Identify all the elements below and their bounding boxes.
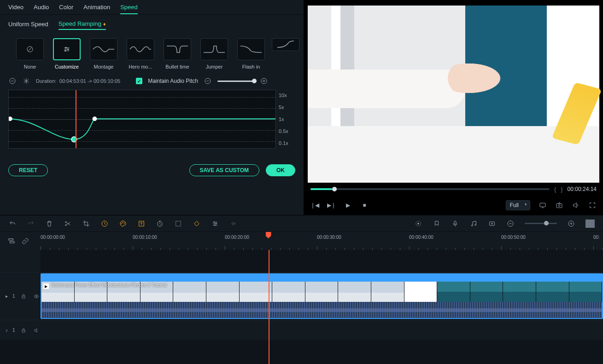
stop-icon[interactable]: ■ bbox=[360, 201, 369, 209]
tab-color[interactable]: Color bbox=[59, 4, 73, 14]
video-clip[interactable]: ▶ Telekinesis Power Effect Wondershare F… bbox=[41, 273, 603, 319]
tab-audio[interactable]: Audio bbox=[34, 4, 49, 14]
speed-tool-icon[interactable] bbox=[100, 220, 109, 228]
preset-hero-moment[interactable]: Hero mo... bbox=[124, 38, 157, 69]
preset-flash-in[interactable]: Flash in bbox=[235, 38, 267, 69]
snapshot-icon[interactable] bbox=[555, 201, 563, 209]
clip-thumbnail bbox=[404, 282, 438, 302]
graph-playhead[interactable] bbox=[76, 90, 76, 148]
tab-video[interactable]: Video bbox=[8, 4, 23, 14]
clip-thumbnail bbox=[206, 282, 240, 302]
tab-animation[interactable]: Animation bbox=[83, 4, 110, 14]
playback-slider[interactable] bbox=[310, 188, 550, 190]
clip-thumbnail bbox=[338, 282, 371, 302]
timeline-toolbar bbox=[0, 215, 603, 231]
mark-out-icon[interactable]: } bbox=[561, 186, 562, 193]
link-icon[interactable] bbox=[21, 237, 29, 245]
crop-icon[interactable] bbox=[82, 220, 90, 228]
volume-icon[interactable] bbox=[572, 201, 580, 209]
split-view-icon[interactable] bbox=[585, 220, 595, 228]
marker-icon[interactable] bbox=[433, 220, 441, 228]
freeze-frame-icon[interactable] bbox=[22, 77, 30, 85]
save-as-custom-button[interactable]: SAVE AS CUSTOM bbox=[189, 164, 259, 176]
audio-tool-icon[interactable] bbox=[229, 220, 238, 228]
text-tool-icon[interactable] bbox=[137, 220, 146, 228]
undo-icon[interactable] bbox=[8, 220, 17, 228]
svg-rect-57 bbox=[9, 238, 13, 240]
display-icon[interactable] bbox=[539, 201, 547, 209]
svg-point-29 bbox=[123, 222, 123, 222]
timeline-playhead[interactable] bbox=[269, 250, 269, 364]
track-visibility-icon[interactable] bbox=[32, 292, 41, 300]
fullscreen-icon[interactable] bbox=[588, 201, 597, 209]
mark-in-icon[interactable]: { bbox=[554, 186, 556, 193]
ok-button[interactable]: OK bbox=[266, 164, 295, 176]
play-icon[interactable]: ▶ bbox=[344, 201, 352, 209]
preset-none[interactable]: None bbox=[14, 38, 46, 69]
reset-button[interactable]: RESET bbox=[8, 164, 48, 176]
redo-icon[interactable] bbox=[27, 220, 35, 228]
add-media-icon[interactable] bbox=[488, 220, 496, 228]
pitch-decrease-icon[interactable] bbox=[204, 77, 212, 85]
next-frame-icon[interactable]: ▶❘ bbox=[327, 201, 335, 209]
svg-point-48 bbox=[475, 224, 476, 225]
preset-more[interactable] bbox=[272, 38, 295, 69]
video-track-icon: ▸ bbox=[6, 294, 8, 299]
zoom-slider[interactable] bbox=[525, 223, 557, 224]
pitch-increase-icon[interactable] bbox=[260, 77, 268, 85]
svg-point-30 bbox=[124, 223, 124, 223]
clip-thumbnail bbox=[272, 282, 305, 302]
preview-viewport[interactable] bbox=[308, 6, 599, 183]
expand-icon[interactable] bbox=[174, 220, 182, 228]
keyframe-tool-icon[interactable] bbox=[193, 220, 201, 228]
tab-speed[interactable]: Speed bbox=[120, 4, 138, 14]
speed-graph[interactable] bbox=[8, 90, 276, 149]
voiceover-icon[interactable] bbox=[451, 220, 459, 228]
subtab-speed-ramping[interactable]: Speed Ramping♦ bbox=[59, 20, 106, 30]
preset-bullet-time[interactable]: Bullet time bbox=[161, 38, 193, 69]
ruler-time-label: 00:00:40:00 bbox=[409, 235, 433, 240]
panel-tabs: Video Audio Color Animation Speed bbox=[0, 0, 304, 15]
mixer-icon[interactable] bbox=[469, 220, 478, 228]
quality-select[interactable]: Full bbox=[506, 200, 530, 210]
remove-keyframe-icon[interactable] bbox=[8, 77, 17, 85]
color-tool-icon[interactable] bbox=[119, 220, 127, 228]
audio-track-1: ♪1 bbox=[0, 320, 603, 340]
clip-thumbnail bbox=[173, 282, 206, 302]
audio-lock-icon[interactable] bbox=[20, 326, 28, 335]
duration-tool-icon[interactable] bbox=[156, 220, 164, 228]
preset-montage[interactable]: Montage bbox=[88, 38, 120, 69]
prev-frame-icon[interactable]: ❘◀ bbox=[310, 201, 319, 209]
adjust-icon[interactable] bbox=[211, 220, 219, 228]
ruler-time-label: 00:00:50:00 bbox=[501, 235, 526, 240]
audio-mute-icon[interactable] bbox=[32, 326, 41, 335]
track-lock-icon[interactable] bbox=[20, 292, 28, 300]
timeline-tracks: ▸1 ▶ Telekinesis Power Effect Wondershar… bbox=[0, 250, 603, 364]
track-manager-icon[interactable] bbox=[7, 237, 16, 245]
clip-thumbnail bbox=[536, 282, 569, 302]
ruler-time-label: 00:00:20:00 bbox=[225, 235, 249, 240]
subtab-uniform-speed[interactable]: Uniform Speed bbox=[8, 21, 48, 29]
preset-jumper[interactable]: Jumper bbox=[198, 38, 230, 69]
ruler-time-label: 00:00:10:00 bbox=[133, 235, 157, 240]
zoom-in-icon[interactable] bbox=[567, 220, 575, 228]
timeline-ruler[interactable]: 00:00:00:0000:00:10:0000:00:20:0000:00:3… bbox=[41, 232, 603, 250]
duration-label: Duration: 00:04:53:01 -> 00:05:10:05 bbox=[36, 78, 120, 84]
clip-thumbnail bbox=[569, 282, 603, 302]
split-icon[interactable] bbox=[64, 220, 72, 228]
preview-timecode: 00:00:24:14 bbox=[568, 186, 597, 192]
pitch-slider[interactable] bbox=[217, 81, 254, 82]
preset-customize[interactable]: Customize bbox=[51, 38, 83, 69]
more-curve-icon bbox=[276, 40, 295, 49]
sliders-icon bbox=[63, 46, 70, 53]
svg-point-26 bbox=[65, 225, 67, 226]
clip-thumbnail bbox=[240, 282, 273, 302]
zoom-out-icon[interactable] bbox=[506, 220, 515, 228]
jumper-curve-icon bbox=[203, 42, 226, 56]
delete-icon[interactable] bbox=[45, 220, 53, 228]
playhead-head[interactable] bbox=[266, 232, 271, 238]
svg-point-60 bbox=[36, 295, 37, 297]
svg-point-18 bbox=[9, 116, 12, 121]
maintain-audio-checkbox[interactable]: ✓ bbox=[136, 78, 142, 84]
render-icon[interactable] bbox=[414, 220, 422, 228]
